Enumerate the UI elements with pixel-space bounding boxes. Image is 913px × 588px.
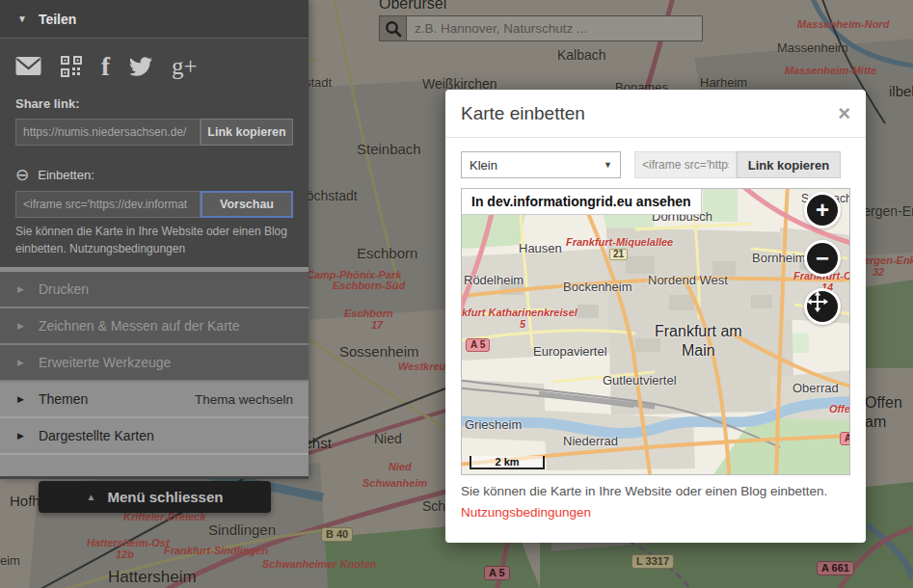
embed-group: Vorschau <box>15 191 293 218</box>
embed-size-value: Klein <box>470 158 497 173</box>
embed-label: Einbetten: <box>38 168 94 182</box>
share-link-input[interactable] <box>15 119 201 146</box>
embed-dialog: Karte einbetten × Klein ▼ Link kopieren <box>445 90 866 543</box>
share-link-label: Share link: <box>15 96 293 111</box>
chevron-right-icon: ▶ <box>17 431 24 441</box>
facebook-icon[interactable]: f <box>101 54 110 79</box>
embed-code-input[interactable] <box>15 191 201 218</box>
chevron-right-icon: ▶ <box>17 321 24 331</box>
preview-map[interactable] <box>462 189 850 475</box>
embed-note: Sie können die Karte in Ihre Website ode… <box>461 484 850 498</box>
sidebar-item-label: Themen <box>39 391 88 407</box>
twitter-icon[interactable] <box>129 55 152 78</box>
sidebar-item-themen[interactable]: ▶ Themen Thema wechseln <box>0 382 309 418</box>
sidebar-item-drucken[interactable]: ▶ Drucken <box>0 272 309 308</box>
share-panel-body: f g+ Share link: Link kopieren ⊖ Einbett… <box>0 39 309 267</box>
google-plus-icon[interactable]: g+ <box>172 54 198 79</box>
menu-close-button[interactable]: ▲ Menü schliessen <box>39 481 271 513</box>
copy-link-button[interactable]: Link kopieren <box>737 151 841 178</box>
search-input[interactable] <box>407 16 702 40</box>
share-icons-row: f g+ <box>15 52 293 81</box>
dialog-body: Klein ▼ Link kopieren <box>445 138 866 520</box>
email-icon[interactable] <box>15 56 41 77</box>
qr-code-icon[interactable] <box>61 56 82 77</box>
chevron-down-icon: ▼ <box>17 13 27 24</box>
embed-size-select[interactable]: Klein ▼ <box>461 151 621 178</box>
search-icon <box>380 16 407 40</box>
share-panel-header[interactable]: ▼ Teilen <box>0 0 309 39</box>
chevron-right-icon: ▶ <box>17 394 24 404</box>
sidebar: ▼ Teilen <box>0 0 309 479</box>
thema-wechseln-link[interactable]: Thema wechseln <box>195 392 293 407</box>
zoom-out-button[interactable]: − <box>804 240 841 277</box>
embed-note: Sie können die Karte in Ihre Website ode… <box>15 223 293 257</box>
zoom-in-button[interactable]: + <box>804 192 841 228</box>
sidebar-item-zeichnen-messen[interactable]: ▶ Zeichnen & Messen auf der Karte <box>0 308 309 345</box>
dialog-title: Karte einbetten <box>461 103 585 124</box>
chevron-right-icon: ▶ <box>17 284 24 294</box>
preview-button[interactable]: Vorschau <box>201 191 293 218</box>
sidebar-filler <box>0 455 309 476</box>
dialog-controls: Klein ▼ Link kopieren <box>461 151 850 178</box>
scale-label: 2 km <box>495 456 519 468</box>
sidebar-item-label: Drucken <box>39 281 89 297</box>
share-panel-title: Teilen <box>39 12 76 27</box>
sidebar-item-dargestellte-karten[interactable]: ▶ Dargestellte Karten <box>0 418 309 455</box>
scale-bar: 2 km <box>470 456 545 469</box>
sidebar-item-label: Dargestellte Karten <box>39 428 154 443</box>
chevron-up-icon: ▲ <box>87 492 96 502</box>
chevron-right-icon: ▶ <box>17 358 24 367</box>
sidebar-item-erweiterte-werkzeuge[interactable]: ▶ Erweiterte Werkzeuge <box>0 345 309 382</box>
embed-iframe-input[interactable] <box>634 151 737 178</box>
terms-link[interactable]: Nutzungsbedingungen <box>461 505 591 520</box>
chevron-down-icon: ▼ <box>604 160 612 170</box>
sidebar-item-label: Erweiterte Werkzeuge <box>39 355 171 370</box>
move-arrows-icon <box>807 291 828 312</box>
minus-circle-icon: ⊖ <box>15 167 29 183</box>
dialog-header: Karte einbetten × <box>445 90 866 138</box>
sidebar-item-label: Zeichnen & Messen auf der Karte <box>39 318 240 334</box>
preview-banner: In dev.informationgrid.eu ansehen <box>462 189 702 215</box>
embed-toggle[interactable]: ⊖ Einbetten: <box>15 167 293 183</box>
menu-close-label: Menü schliessen <box>107 489 223 505</box>
search-bar <box>379 15 703 41</box>
embed-map-preview[interactable]: DornbuschHausenFrankfurt-Miquelallee21Bo… <box>461 188 850 475</box>
pan-button[interactable] <box>804 288 841 325</box>
copy-link-button[interactable]: Link kopieren <box>201 119 293 146</box>
close-icon[interactable]: × <box>838 103 850 124</box>
app-window: OberurselKalbachWeißkirchenBonamesHarhei… <box>0 0 913 588</box>
share-link-group: Link kopieren <box>15 119 293 146</box>
